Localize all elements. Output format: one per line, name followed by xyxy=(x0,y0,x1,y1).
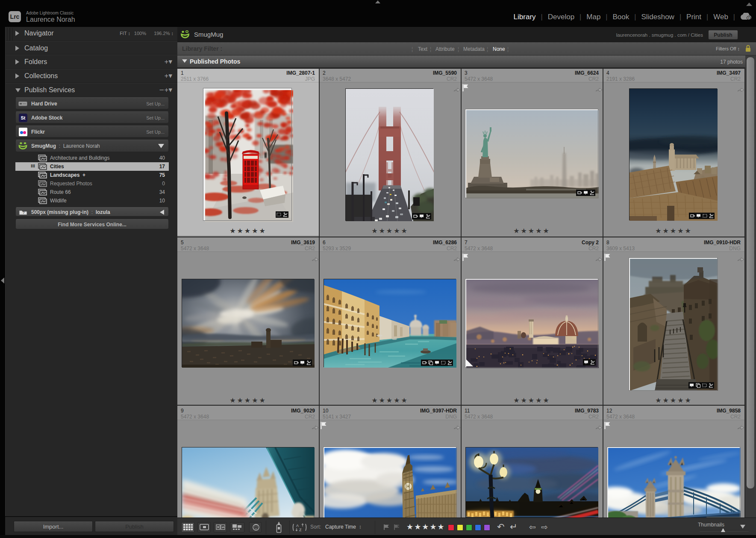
svg-text:A: A xyxy=(296,523,299,528)
svg-text:?: ? xyxy=(22,211,24,215)
svg-text:Z: Z xyxy=(299,528,302,532)
svg-text:!: ! xyxy=(748,16,750,20)
